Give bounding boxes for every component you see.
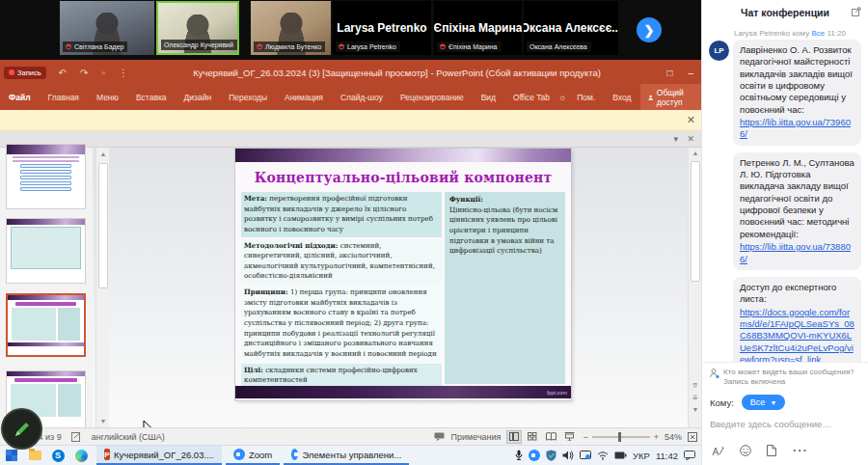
main-scrollbar[interactable]: ▲ ▼ ⇈ ⇊ xyxy=(688,148,701,427)
taskbar-app-zoom-controls[interactable]: Элементы управлени... xyxy=(284,446,409,465)
zoom-thumb[interactable] xyxy=(618,432,621,442)
clock[interactable]: 11:42 xyxy=(656,451,678,461)
slide-thumbnail-selected[interactable] xyxy=(6,293,86,357)
previous-slide-icon[interactable]: ⇈ xyxy=(690,382,701,390)
message-meta: Larysa Petrenko кому Все 11:20 xyxy=(734,29,861,38)
skype-icon: S xyxy=(52,450,65,462)
browser-button[interactable] xyxy=(69,446,93,465)
participant-video[interactable]: ⛑Людмила Бутенко xyxy=(251,1,331,55)
slideshow-view-button[interactable] xyxy=(561,430,577,444)
scrollbar-thumb[interactable] xyxy=(691,161,700,282)
wifi-icon[interactable] xyxy=(597,451,609,460)
spellcheck-icon[interactable] xyxy=(71,432,82,442)
thumb-line xyxy=(13,160,79,162)
participant-tile[interactable]: Єпіхіна Марина ⛑Єпіхіна Марина xyxy=(434,1,522,55)
tab-insert[interactable]: Вставка xyxy=(127,93,176,102)
ribbon-display-options-icon[interactable]: □ xyxy=(666,68,672,78)
zoom-track[interactable] xyxy=(592,436,650,438)
recipient-dropdown[interactable]: Все ▼ xyxy=(742,395,785,410)
scroll-down-icon[interactable]: ▼ xyxy=(690,406,701,413)
annotation-tool-button[interactable] xyxy=(1,408,42,450)
close-message-bar-icon[interactable]: ✕ xyxy=(687,114,695,126)
chat-link[interactable]: https://lib.iitta.gov.ua/738806/ xyxy=(740,241,854,265)
security-shield-icon[interactable] xyxy=(546,450,556,461)
taskbar-app-powerpoint[interactable]: P Кучерявий_ОГ_26.03.... xyxy=(96,446,222,465)
slide-sorter-view-button[interactable] xyxy=(525,430,540,444)
tab-file[interactable]: Файл xyxy=(0,93,40,102)
tab-animations[interactable]: Анимация xyxy=(276,93,332,102)
chat-message[interactable]: Доступ до експертного листа: https://doc… xyxy=(733,277,861,362)
help-label[interactable]: Пом. xyxy=(568,93,604,102)
language-tray-indicator[interactable]: УКР xyxy=(633,451,650,461)
quick-access-menu-icon[interactable]: ⋮ xyxy=(119,68,128,78)
popout-icon[interactable] xyxy=(852,7,861,16)
tab-menu[interactable]: Меню xyxy=(88,93,127,102)
language-indicator[interactable]: английский (США) xyxy=(92,432,165,442)
tab-design[interactable]: Дизайн xyxy=(176,93,221,102)
slide-row-principles: Принципи: 1) перша група: принципи оновл… xyxy=(241,286,442,361)
display-cast-icon[interactable] xyxy=(580,451,591,460)
undo-icon[interactable]: ↶ xyxy=(59,68,67,78)
tab-transitions[interactable]: Переходы xyxy=(220,93,276,102)
zoom-tray-icon[interactable] xyxy=(529,450,540,461)
slide-thumbnail[interactable] xyxy=(6,144,86,209)
slide-canvas[interactable]: Концептуально-цільовий компонент Мета: п… xyxy=(235,149,571,400)
zoom-in-icon[interactable]: + xyxy=(654,432,659,442)
scrollbar-thumb[interactable] xyxy=(98,163,108,288)
participant-video-active-speaker[interactable]: Олександр Кучерявий xyxy=(156,1,239,55)
scroll-up-icon[interactable]: ▲ xyxy=(690,150,701,156)
mic-muted-icon: ⛑ xyxy=(339,42,345,51)
zoom-percent[interactable]: 54% xyxy=(665,432,682,442)
microphone-icon[interactable] xyxy=(515,450,523,461)
chat-messages[interactable]: Larysa Petrenko кому Все 11:20 LP Лаврін… xyxy=(702,25,868,362)
minimize-icon[interactable]: – xyxy=(688,68,693,78)
sign-in-button[interactable]: Вход xyxy=(604,93,639,102)
next-slide-icon[interactable]: ⇊ xyxy=(690,394,701,401)
chat-link[interactable]: https://lib.iitta.gov.ua/739606/ xyxy=(740,117,854,141)
tab-view[interactable]: Вид xyxy=(473,93,504,102)
tab-office-tab[interactable]: Office Tab xyxy=(504,93,558,102)
notes-button[interactable]: Примечания xyxy=(450,432,501,442)
participant-tile[interactable]: Larysa Petrenko ⛑Larysa Petrenko xyxy=(333,1,431,55)
tab-review[interactable]: Рецензирование xyxy=(392,93,473,102)
thumb-header xyxy=(8,295,84,300)
collapse-chevron-icon[interactable]: ▾ xyxy=(673,134,678,144)
normal-view-button[interactable] xyxy=(506,430,522,444)
tab-home[interactable]: Главная xyxy=(40,93,88,102)
slide-left-column: Мета: перетворення професійної підготовк… xyxy=(241,192,442,384)
close-bar-icon[interactable]: ✕ xyxy=(687,134,694,144)
participant-tile[interactable]: Оксана Алексєє... Оксана Алексєєва xyxy=(524,1,618,55)
scroll-up-icon[interactable]: ▲ xyxy=(97,150,109,157)
next-participants-button[interactable]: ❯ xyxy=(637,17,662,42)
fit-slide-icon[interactable] xyxy=(688,432,697,442)
zoom-out-icon[interactable]: − xyxy=(583,432,587,442)
emoji-icon[interactable] xyxy=(740,445,751,456)
participant-video[interactable]: ⛑Світлана Бадер xyxy=(60,1,154,55)
window-title: Кучерявий_ОГ_26.03.2024 (3) [Защищенный … xyxy=(135,68,659,78)
format-icon[interactable] xyxy=(712,445,724,456)
chat-link[interactable]: https://docs.google.com/forms/d/e/1FAIpQ… xyxy=(740,307,854,362)
thumb-right-column xyxy=(58,384,81,417)
taskbar-app-zoom[interactable]: Zoom xyxy=(226,446,280,465)
tab-slideshow[interactable]: Слайд-шоу xyxy=(332,93,392,102)
slideshow-icon[interactable]: ▫ xyxy=(101,68,105,78)
slide-thumbnail[interactable] xyxy=(6,218,86,284)
thumb-left-column xyxy=(12,308,56,341)
speaker-icon[interactable] xyxy=(562,451,574,460)
skype-button[interactable]: S xyxy=(46,446,69,465)
redo-icon[interactable]: ↷ xyxy=(80,68,88,78)
tell-me-bulb-icon[interactable]: ☼ xyxy=(558,93,566,102)
notification-center-icon[interactable] xyxy=(684,451,695,460)
more-icon[interactable]: ⋯ xyxy=(792,441,807,459)
share-button[interactable]: Общий доступ xyxy=(640,84,701,111)
chat-message[interactable]: Петренко Л. М., Султанова Л. Ю. Підготов… xyxy=(733,152,861,270)
reading-view-button[interactable] xyxy=(543,430,558,444)
chat-message[interactable]: Лавріненко О. А. Розвиток педагогічної м… xyxy=(733,40,861,146)
file-icon[interactable] xyxy=(767,445,776,456)
ribbon-tabs: Файл Главная Меню Вставка Дизайн Переход… xyxy=(0,85,701,110)
battery-icon[interactable] xyxy=(614,451,627,459)
chat-input[interactable] xyxy=(710,419,860,429)
scroll-down-icon[interactable]: ▼ xyxy=(97,418,109,424)
thumbnails-scrollbar[interactable]: ▲ ▼ xyxy=(95,148,109,427)
zoom-slider[interactable]: − + xyxy=(583,432,659,442)
